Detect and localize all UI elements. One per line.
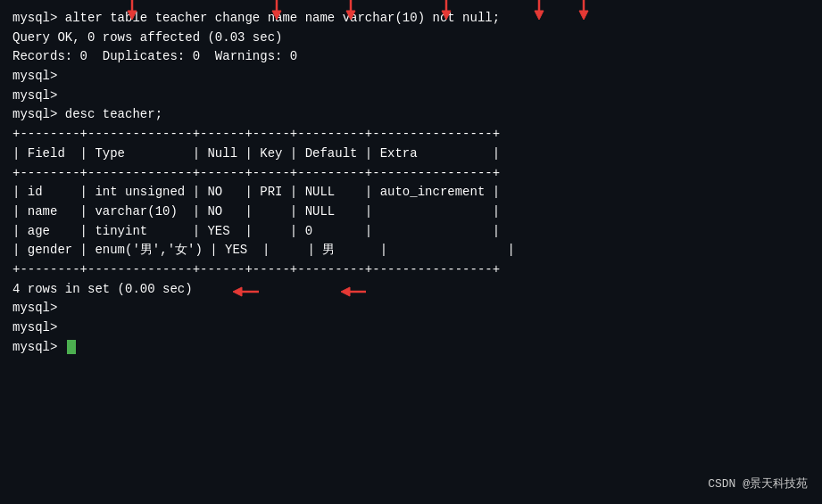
terminal-line-16: 4 rows in set (0.00 sec): [12, 280, 810, 300]
terminal-line-6: mysql>: [12, 87, 810, 106]
terminal-line-14: | gender | enum('男','女') | YES | | 男 | |: [12, 241, 810, 260]
terminal-line-15: +--------+--------------+------+-----+--…: [12, 260, 810, 280]
terminal-line-20: mysql>: [12, 338, 810, 358]
terminal-line-3: Records: 0 Duplicates: 0 Warnings: 0: [12, 47, 810, 67]
terminal-line-10: +--------+--------------+------+-----+--…: [12, 164, 810, 184]
terminal-line-19: mysql>: [12, 318, 810, 338]
watermark: CSDN @景天科技苑: [708, 475, 808, 492]
terminal-line-12: | name | varchar(10) | NO | | NULL | |: [12, 202, 810, 222]
terminal-line-2: Query OK, 0 rows affected (0.03 sec): [12, 29, 810, 48]
terminal-line-11: | id | int unsigned | NO | PRI | NULL | …: [12, 183, 810, 202]
terminal-line-18: mysql>: [12, 299, 810, 318]
terminal-line-8: +--------+--------------+------+-----+--…: [12, 125, 810, 145]
terminal-content: mysql> alter table teacher change name n…: [12, 9, 810, 357]
terminal-line-7: mysql> desc teacher;: [12, 105, 810, 125]
terminal-window: mysql> alter table teacher change name n…: [0, 0, 822, 504]
terminal-line-13: | age | tinyint | YES | | 0 | |: [12, 222, 810, 242]
terminal-cursor: [67, 340, 76, 354]
terminal-line-5: mysql>: [12, 67, 810, 87]
terminal-line-9: | Field | Type | Null | Key | Default | …: [12, 145, 810, 164]
terminal-line-1: mysql> alter table teacher change name n…: [12, 9, 810, 29]
